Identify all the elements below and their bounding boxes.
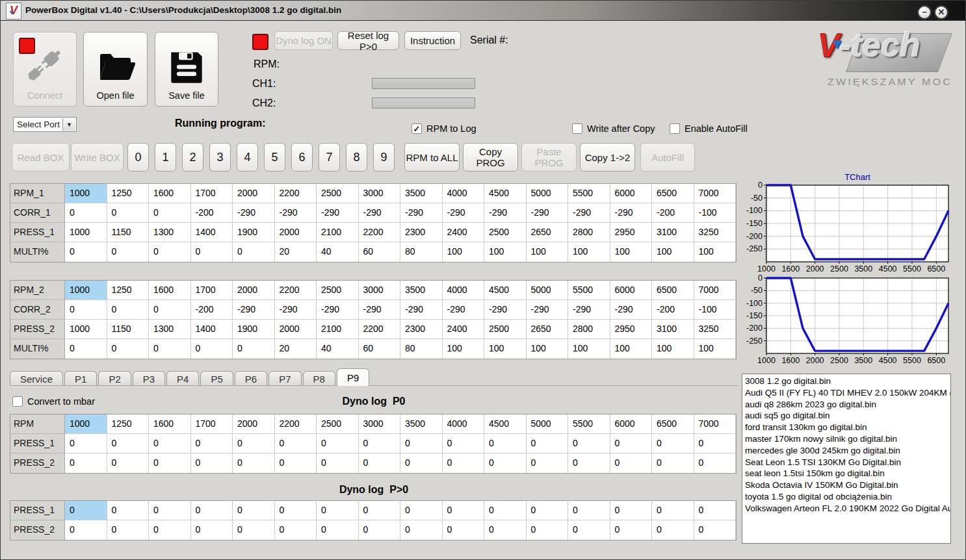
paste-prog-button[interactable]: Paste PROG — [521, 143, 577, 172]
table-cell[interactable]: -290 — [275, 203, 317, 223]
table-cell[interactable]: 0 — [443, 434, 485, 453]
table-cell[interactable]: 2800 — [568, 223, 610, 242]
table-cell[interactable]: 0 — [191, 453, 233, 473]
table-cell[interactable]: 1700 — [191, 414, 233, 434]
minimize-button[interactable]: − — [917, 5, 932, 19]
table-cell[interactable]: 100 — [443, 242, 485, 262]
table-cell[interactable]: 0 — [317, 434, 359, 453]
table-cell[interactable]: 6000 — [610, 184, 653, 203]
table-cell[interactable]: 2000 — [233, 184, 275, 203]
table-cell[interactable]: 0 — [149, 434, 191, 453]
table-cell[interactable]: 0 — [65, 339, 107, 359]
table-cell[interactable]: 0 — [568, 520, 610, 540]
table-cell[interactable]: 0 — [652, 453, 694, 473]
chevron-down-icon[interactable]: ▼ — [62, 118, 75, 131]
table-cell[interactable]: 0 — [443, 501, 485, 520]
file-list-item[interactable]: Skoda Octavia IV 150KM Go Digital.bin — [745, 479, 950, 491]
table-cell[interactable]: 0 — [149, 242, 191, 262]
table-cell[interactable]: 0 — [484, 434, 527, 453]
table-cell[interactable]: 0 — [484, 453, 527, 473]
table-cell[interactable]: 1400 — [191, 223, 233, 242]
table-cell[interactable]: 0 — [694, 501, 737, 520]
table-cell[interactable]: 2800 — [568, 320, 610, 339]
table-cell[interactable]: 2500 — [317, 184, 359, 203]
write-box-button[interactable]: Write BOX — [71, 143, 124, 172]
table-cell[interactable]: 1250 — [107, 281, 150, 300]
dyno-log-on-button[interactable]: Dyno log ON — [274, 31, 333, 50]
table-cell[interactable]: 0 — [107, 242, 150, 262]
table-cell[interactable]: 5000 — [527, 281, 569, 300]
table-cell[interactable]: 2200 — [359, 320, 401, 339]
table-cell[interactable]: 0 — [107, 453, 150, 473]
table-cell[interactable]: 20 — [275, 242, 317, 262]
table-cell[interactable]: 0 — [65, 300, 107, 320]
table-cell[interactable]: 3000 — [359, 414, 401, 434]
table-cell[interactable]: 0 — [191, 434, 233, 453]
table-cell[interactable]: 0 — [149, 453, 191, 473]
table-cell[interactable]: 0 — [527, 501, 569, 520]
table-cell[interactable]: 0 — [149, 339, 191, 359]
table-cell[interactable]: 1600 — [149, 414, 191, 434]
table-cell[interactable]: 0 — [317, 520, 359, 540]
program-button-4[interactable]: 4 — [237, 143, 258, 172]
file-list-item[interactable]: Seat Leon 1.5 TSI 130KM Go Digital.bin — [745, 457, 950, 468]
table-cell[interactable]: 0 — [527, 453, 569, 473]
tab-p4[interactable]: P4 — [166, 371, 199, 386]
table-cell[interactable]: 6500 — [652, 414, 694, 434]
table-cell[interactable]: 2200 — [275, 184, 317, 203]
table-cell[interactable]: 2200 — [359, 223, 401, 242]
table-cell[interactable]: 0 — [317, 501, 359, 520]
table-cell[interactable]: 3100 — [652, 223, 694, 242]
table-cell[interactable]: 7000 — [694, 281, 737, 300]
table-cell[interactable]: 0 — [107, 501, 150, 520]
table-cell[interactable]: 0 — [652, 501, 694, 520]
table-cell[interactable]: -100 — [694, 203, 737, 223]
table-cell[interactable]: 1900 — [233, 223, 275, 242]
table-cell[interactable]: 100 — [527, 339, 569, 359]
table-cell[interactable]: 0 — [191, 520, 233, 540]
program-button-8[interactable]: 8 — [346, 143, 367, 172]
table-cell[interactable]: 0 — [233, 453, 275, 473]
table-cell[interactable]: 0 — [652, 434, 694, 453]
table-cell[interactable]: 40 — [317, 242, 359, 262]
table-cell[interactable]: 0 — [568, 434, 610, 453]
table-cell[interactable]: -290 — [275, 300, 317, 320]
table-cell[interactable]: 0 — [233, 434, 275, 453]
table-cell[interactable]: 5000 — [527, 414, 569, 434]
copy-1-2-button[interactable]: Copy 1->2 — [580, 143, 635, 172]
table-cell[interactable]: 0 — [484, 520, 527, 540]
file-list-item[interactable]: seat leon 1.5tsi 150km go digital.bin — [745, 468, 950, 479]
table-cell[interactable]: 0 — [233, 242, 275, 262]
table-cell[interactable]: -200 — [191, 203, 233, 223]
enable-autofill-checkbox[interactable]: Enable AutoFill — [670, 123, 748, 134]
table-cell[interactable]: 0 — [400, 520, 443, 540]
table-cell[interactable]: -290 — [527, 203, 569, 223]
table-cell[interactable]: 2400 — [443, 223, 485, 242]
table-cell[interactable]: 0 — [275, 501, 317, 520]
table-cell[interactable]: 1400 — [191, 320, 233, 339]
table-cell[interactable]: -290 — [400, 300, 443, 320]
file-list-item[interactable]: Audi Q5 II (FY FL) 40 TDI MHEV 2.0 150kW… — [745, 387, 950, 399]
table-cell[interactable]: 0 — [233, 520, 275, 540]
table-cell[interactable]: 1000 — [65, 320, 107, 339]
table-cell[interactable]: 0 — [610, 453, 653, 473]
table-cell[interactable]: 0 — [149, 300, 191, 320]
table-cell[interactable]: 6500 — [652, 184, 694, 203]
table-cell[interactable]: 2500 — [484, 320, 527, 339]
connect-button[interactable]: Connect — [13, 32, 77, 107]
table-cell[interactable]: 0 — [443, 520, 485, 540]
table-cell[interactable]: 0 — [652, 520, 694, 540]
tab-service[interactable]: Service — [10, 371, 63, 386]
table-cell[interactable]: 100 — [694, 339, 737, 359]
table-cell[interactable]: 0 — [317, 453, 359, 473]
tab-p9[interactable]: P9 — [337, 368, 369, 386]
table-cell[interactable]: 1700 — [191, 281, 233, 300]
table-cell[interactable]: 0 — [400, 434, 443, 453]
table-cell[interactable]: 0 — [149, 501, 191, 520]
table-cell[interactable]: 2000 — [275, 223, 317, 242]
program-button-2[interactable]: 2 — [182, 143, 203, 172]
file-list-item[interactable]: audi sq5 go digital.bin — [745, 410, 950, 422]
table-cell[interactable]: 100 — [610, 339, 653, 359]
tab-p1[interactable]: P1 — [64, 371, 97, 386]
table-cell[interactable]: 100 — [610, 242, 653, 262]
